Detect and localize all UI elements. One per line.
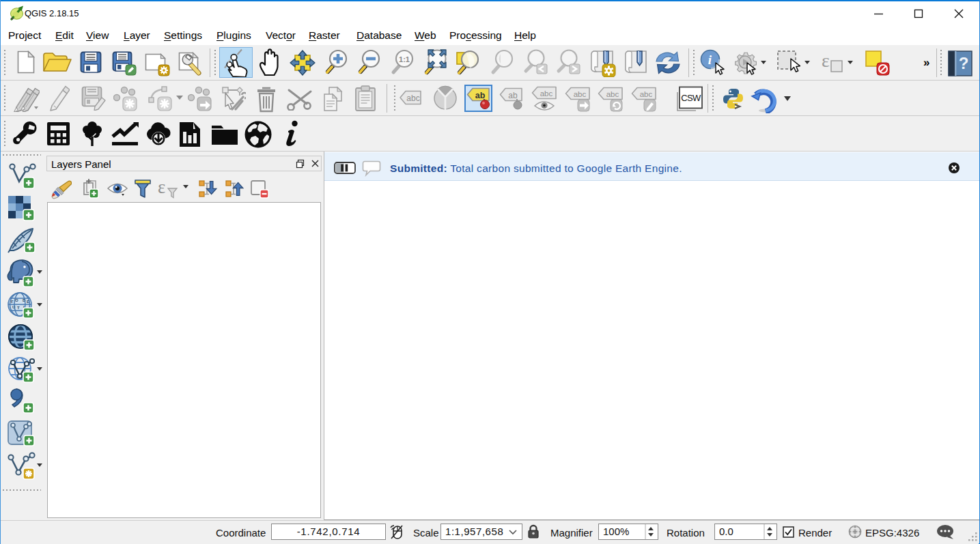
svg-text:ε: ε [158,177,165,197]
svg-text:abc: abc [640,90,653,98]
svg-text:i: i [708,53,712,67]
svg-text:ε: ε [822,50,830,71]
svg-text:U: U [12,305,15,309]
svg-text:E: E [27,300,29,304]
svg-text:abc: abc [406,94,419,103]
svg-text:T: T [17,306,20,310]
svg-text:abc: abc [540,89,553,98]
svg-text:D: D [23,298,26,302]
svg-text:ab: ab [508,91,518,100]
svg-text:?: ? [959,54,969,72]
svg-text:CSW: CSW [681,93,701,103]
svg-text:ab: ab [475,91,486,100]
svg-text:abc: abc [606,90,619,98]
svg-text:F: F [11,300,14,304]
svg-text:O: O [15,298,18,302]
svg-text:abc: abc [574,90,587,98]
svg-text:1:1: 1:1 [399,55,410,63]
